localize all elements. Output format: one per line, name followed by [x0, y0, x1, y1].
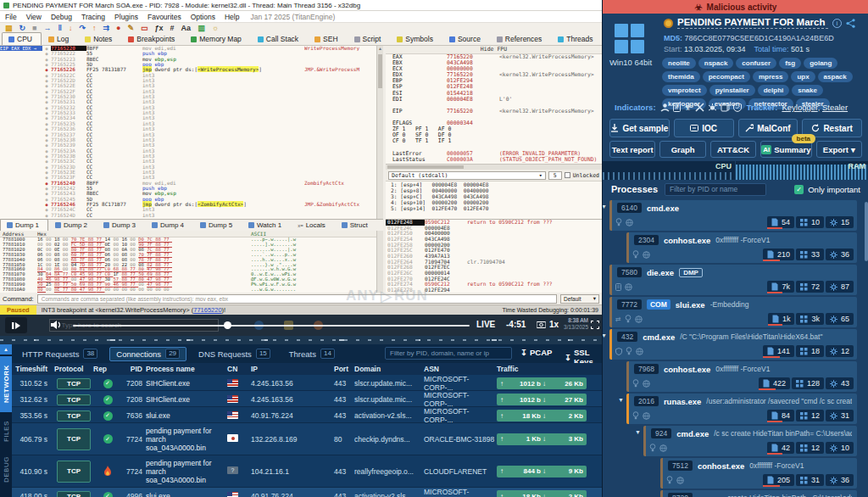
files-count[interactable]: 7k [767, 281, 794, 293]
files-count[interactable]: 1k [768, 313, 795, 325]
tag-upx[interactable]: upx [791, 71, 815, 82]
events-count[interactable]: 15 [826, 216, 854, 228]
debugger-tab-seh[interactable]: SEH [308, 32, 347, 45]
process-row-924[interactable]: ▼924cmd.exe/c sc create HideTitan binPat… [643, 426, 857, 456]
unlocked-checkbox[interactable] [565, 172, 570, 178]
argument-line[interactable]: 2: [esp+8] 00400000 00400000 [386, 187, 602, 193]
step-into-icon[interactable]: ↓ [69, 24, 73, 32]
breakpoint-address-link[interactable]: 77165220 [193, 306, 221, 314]
step-over-icon[interactable]: ↷ [79, 24, 86, 32]
sidebar-tab-network[interactable]: NETWORK [0, 356, 12, 412]
registers-pane[interactable]: Hide FPU EAX77165220<kernel32.WriteProce… [386, 46, 602, 170]
files-count[interactable]: 210 [763, 248, 794, 260]
process-filter-input[interactable]: Filter by PID or name [665, 183, 766, 196]
column-header-rep[interactable]: Rep [93, 365, 122, 373]
process-row-7512[interactable]: 7512conhost.exe0xffffffff -ForceV1205313… [660, 458, 857, 489]
hash-icon[interactable]: # [170, 24, 175, 32]
argument-line[interactable]: 5: [esp+14] 012FE470 012FE470 [386, 205, 602, 211]
tag-confuser[interactable]: confuser [736, 58, 776, 69]
dmp-badge[interactable]: DMP [679, 268, 703, 277]
column-header-port[interactable]: Port [326, 365, 354, 373]
tag-aspack[interactable]: aspack [818, 71, 853, 82]
network-tab-connections[interactable]: Connections29 [109, 347, 186, 361]
register-line[interactable]: EAX77165220<kernel32.WriteProcessMemory> [386, 54, 602, 60]
register-line[interactable]: EDI000004E8L'0' [386, 97, 602, 103]
dump-tab-locals[interactable]: x=Locals [291, 219, 335, 231]
process-row-8720[interactable]: 8720sc.execreate HideTitan binPath= C:\U… [660, 490, 857, 497]
modules-count[interactable]: 12 [796, 442, 824, 454]
patch-icon[interactable]: ▭ [141, 24, 148, 32]
tag-neolite[interactable]: neolite [662, 58, 696, 69]
events-count[interactable]: 65 [826, 313, 854, 325]
info-icon[interactable]: i [832, 19, 842, 28]
debugger-tab-source[interactable]: Source [442, 32, 490, 45]
debugger-tab-notes[interactable]: Notes [78, 32, 121, 45]
debugger-tab-symbols[interactable]: Symbols [390, 32, 442, 45]
command-scope-select[interactable]: Default▾ [560, 294, 599, 304]
modules-count[interactable]: 12 [796, 410, 824, 422]
network-filter-input[interactable]: Filter by PID, domain, name or ip [385, 347, 512, 360]
pcap-download-button[interactable]: ↧PCAP [520, 348, 552, 357]
command-input[interactable]: Commands are comma separated (like assem… [37, 294, 557, 304]
menu-item-plugins[interactable]: Plugins [114, 13, 138, 21]
collapse-panel-arrow[interactable]: ▲ [0, 344, 12, 355]
debugger-tab-memory-map[interactable]: Memory Map [184, 32, 251, 45]
events-count[interactable]: 12 [826, 345, 854, 357]
dump-tab-dump-2[interactable]: Dump 2 [48, 219, 97, 231]
events-count[interactable]: 36 [826, 474, 854, 486]
disassembly-view[interactable]: EIP EAX EDX →●771652208BFFmov edi,ediWri… [0, 46, 383, 219]
files-count[interactable]: 422 [759, 377, 790, 389]
process-row-432[interactable]: ▼432cmd.exe/C "C:\Program Files\HideTita… [609, 329, 857, 360]
edit-icon[interactable]: ✎ [128, 24, 135, 32]
open-file-icon[interactable]: ▤ [5, 24, 13, 32]
fx-icon[interactable]: ƒx [155, 24, 164, 32]
debugger-tab-breakpoints[interactable]: Breakpoints [121, 32, 184, 45]
files-count[interactable]: 84 [767, 410, 794, 422]
register-line[interactable]: EBX043CA498 [386, 60, 602, 66]
graph-button[interactable]: Graph [659, 141, 705, 158]
get-sample-button[interactable]: Get sample [609, 119, 670, 137]
volume-icon[interactable] [51, 320, 62, 330]
register-line[interactable] [386, 114, 602, 120]
tag-mpress[interactable]: mpress [753, 71, 788, 82]
column-header-pid[interactable]: PID [122, 365, 146, 373]
process-row-2016[interactable]: ▼2016runas.exe/user:administrator /savec… [626, 394, 857, 424]
dump-tab-dump-1[interactable]: Dump 1 [0, 219, 48, 231]
column-header-asn[interactable]: ASN [424, 365, 497, 373]
expand-arrow-icon[interactable]: ▼ [603, 204, 607, 209]
dump-tab-dump-5[interactable]: Dump 5 [193, 219, 242, 231]
menu-item-tracing[interactable]: Tracing [81, 13, 105, 21]
network-tab-http-requests[interactable]: HTTP Requests38 [15, 347, 104, 361]
fullscreen-icon[interactable] [591, 321, 599, 329]
column-header-timeshift[interactable]: Timeshift [12, 365, 54, 373]
tag-pecompact[interactable]: pecompact [703, 71, 750, 82]
sidebar-tab-files[interactable]: FILES [0, 417, 12, 446]
att&ck-button[interactable]: ATT&CK [710, 141, 756, 158]
step-out-icon[interactable]: ↑ [92, 24, 97, 32]
column-header-domain[interactable]: Domain [354, 365, 424, 373]
register-line[interactable]: ESI01544218 [386, 91, 602, 97]
connection-row[interactable]: 312.62 sTCP✓7208SIHClient.exe4.245.163.5… [12, 391, 602, 407]
screenshot-icon[interactable] [537, 321, 546, 328]
debugger-tab-references[interactable]: References [490, 32, 551, 45]
connection-row[interactable]: 406.79 sTCP✓7724pending payment for marc… [12, 423, 602, 455]
breakpoint-dot[interactable]: ● [42, 213, 51, 218]
process-row-2304[interactable]: 2304conhost.exe0xffffffff -ForceV1210333… [626, 232, 857, 263]
column-header-process-name[interactable]: Process name [146, 365, 227, 373]
memory-icon[interactable]: ▥ [198, 24, 205, 32]
argument-line[interactable]: 1: [esp+4] 000004E8 000004E8 [386, 181, 602, 187]
run-icon[interactable]: → [44, 24, 52, 32]
hex-dump-view[interactable]: AddressHexASCII 7788100016 00 18 00 70 7… [0, 231, 383, 293]
malconf-button[interactable]: MalConf [738, 119, 798, 137]
sidebar-tab-debug[interactable]: DEBUG [0, 453, 12, 487]
tag-themida[interactable]: themida [662, 71, 700, 82]
connection-row[interactable]: 418.00 sTCP✓4996slui.exe40.91.76.224443a… [12, 488, 602, 497]
menu-item-options[interactable]: Options [191, 13, 215, 21]
event-timeline-strip[interactable] [0, 336, 602, 344]
stack-row[interactable]: 012FE254043CA498 [386, 237, 602, 243]
menu-item-debug[interactable]: Debug [51, 13, 72, 21]
playback-timeline[interactable] [73, 325, 470, 327]
dump-scrollbar[interactable] [376, 231, 383, 293]
events-count[interactable]: 87 [826, 281, 854, 293]
font-icon[interactable]: Aa [181, 24, 192, 32]
